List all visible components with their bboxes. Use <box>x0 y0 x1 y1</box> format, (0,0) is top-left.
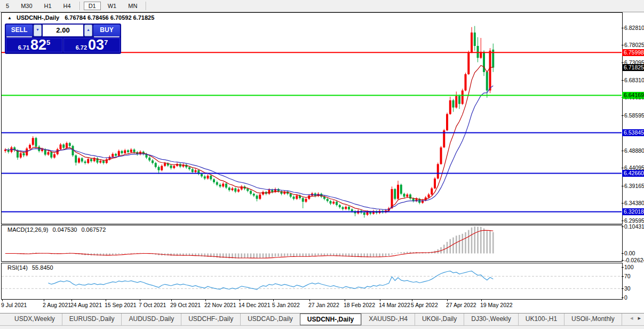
macd-bar <box>477 226 479 253</box>
candle-body <box>330 201 332 203</box>
candle-body <box>351 209 353 211</box>
buy-price-display[interactable]: 6.72 03 7 <box>63 38 120 52</box>
date-tick-label: 5 Jan 2022 <box>272 302 300 308</box>
macd-bar <box>281 254 282 257</box>
spinner-up-icon: ▲ <box>86 28 90 32</box>
symbol-tab-usdcad-daily[interactable]: USDCAD-,Daily <box>240 314 300 325</box>
candle-body <box>452 100 455 108</box>
macd-bar <box>452 237 454 253</box>
timeframe-button-mn[interactable]: MN <box>123 2 142 10</box>
volume-increase-button[interactable]: ▲ <box>84 25 92 36</box>
sell-button[interactable]: SELL <box>6 25 33 36</box>
candle-body <box>336 202 338 205</box>
symbol-tab-usoil-monthly[interactable]: USOil-,Monthly <box>564 314 622 325</box>
sell-price-display[interactable]: 6.71 82 5 <box>6 38 62 52</box>
macd-bar <box>489 231 491 253</box>
candle-body <box>232 189 234 190</box>
candle-body <box>69 143 71 146</box>
sell-price-prefix: 6.71 <box>18 44 29 51</box>
macd-bar <box>400 252 402 253</box>
buy-button[interactable]: BUY <box>93 25 120 36</box>
volume-input[interactable]: 2.00 <box>43 25 83 36</box>
rsi-label-row: RSI(14) 55.8450 <box>7 264 56 271</box>
price-tick-label: 6.68310 <box>624 77 644 84</box>
timeframe-button-d1[interactable]: D1 <box>84 2 101 10</box>
symbol-tab-eurusd-daily[interactable]: EURUSD-,Daily <box>62 314 122 325</box>
candle-body <box>327 199 329 201</box>
collapse-chart-icon[interactable]: ▲ <box>7 15 12 20</box>
candle-body <box>210 176 212 179</box>
date-tick-label: 14 Dec 2021 <box>238 302 271 308</box>
rsi-value: 55.8450 <box>32 264 53 271</box>
symbol-tab-usdchf-daily[interactable]: USDCHF-,Daily <box>181 314 240 325</box>
candle-body <box>268 190 271 193</box>
timeframe-button-5[interactable]: 5 <box>1 2 14 10</box>
date-tick-label: 7 Oct 2021 <box>139 302 166 308</box>
spinner-down-icon: ▼ <box>36 28 39 32</box>
tab-scroll-controls: ◂ ▸ <box>625 315 641 322</box>
timeframe-button-h1[interactable]: H1 <box>39 2 57 10</box>
candle-body <box>458 96 460 104</box>
macd-bar <box>333 254 335 256</box>
tab-scroll-left-icon[interactable]: ◂ <box>630 315 633 321</box>
candle-body <box>406 194 408 197</box>
timeframe-button-w1[interactable]: W1 <box>103 2 122 10</box>
candle-body <box>164 163 166 166</box>
candle-body <box>155 163 157 167</box>
candle-body <box>66 143 68 148</box>
macd-bar <box>268 254 270 257</box>
candle-body <box>431 189 433 195</box>
volume-decrease-button[interactable]: ▼ <box>34 25 42 36</box>
macd-bar <box>241 254 242 258</box>
tab-scroll-right-icon[interactable]: ▸ <box>638 315 641 321</box>
candle-body <box>124 150 126 153</box>
candle-body <box>290 194 292 197</box>
candle-body <box>440 147 442 164</box>
chart-title: ▲ USDCNH-,Daily 6.76784 6.78456 6.70592 … <box>7 14 154 21</box>
macd-bar <box>247 254 249 258</box>
candle-body <box>35 138 37 146</box>
rsi-pane[interactable] <box>1 263 622 299</box>
candle-body <box>394 189 396 199</box>
macd-bar <box>462 234 463 254</box>
candle-body <box>161 166 163 170</box>
macd-bar <box>299 254 301 256</box>
candle-body <box>222 184 224 186</box>
buy-price-prefix: 6.72 <box>76 44 87 51</box>
candle-body <box>477 46 479 58</box>
candle-body <box>446 114 448 131</box>
macd-bar <box>385 254 387 256</box>
candle-body <box>78 158 80 162</box>
timeframe-button-m30[interactable]: M30 <box>16 2 37 10</box>
candle-body <box>90 159 92 161</box>
status-strip <box>0 325 644 329</box>
chart-symbol-label: USDCNH-,Daily <box>17 14 59 21</box>
symbol-tab-dj30-weekly[interactable]: DJ30-,Weekly <box>464 314 518 325</box>
candle-body <box>250 191 252 193</box>
symbol-tab-xauusd-h4[interactable]: XAUUSD-,H4 <box>361 314 415 325</box>
candle-body <box>467 52 470 74</box>
candle-body <box>293 197 295 199</box>
candle-body <box>60 145 62 150</box>
date-tick-label: 5 Apr 2022 <box>411 302 438 308</box>
candle-body <box>296 195 298 199</box>
candle-body <box>118 151 120 156</box>
macd-main-value: 0.047530 <box>52 226 77 233</box>
candle-body <box>121 151 123 153</box>
candle-body <box>173 166 175 168</box>
symbol-tab-audusd-daily[interactable]: AUDUSD-,Daily <box>121 314 181 325</box>
symbol-tab-uk100-h1[interactable]: UK100-,H1 <box>518 314 564 325</box>
symbol-tab-ukoil-daily[interactable]: UKOil-,Daily <box>415 314 464 325</box>
macd-bar <box>373 254 375 257</box>
macd-bar <box>468 230 470 254</box>
candle-body <box>256 195 258 199</box>
candle-body <box>213 179 215 182</box>
symbol-tab-usdcnh-daily[interactable]: USDCNH-,Daily <box>300 314 361 325</box>
timeframe-button-h4[interactable]: H4 <box>59 2 76 10</box>
symbol-tab-usdx-weekly[interactable]: USDX,Weekly <box>7 314 62 325</box>
macd-bar <box>290 254 291 256</box>
candle-body <box>23 153 25 155</box>
macd-bar <box>244 254 245 258</box>
macd-bar <box>93 254 95 256</box>
candle-body <box>219 185 221 186</box>
